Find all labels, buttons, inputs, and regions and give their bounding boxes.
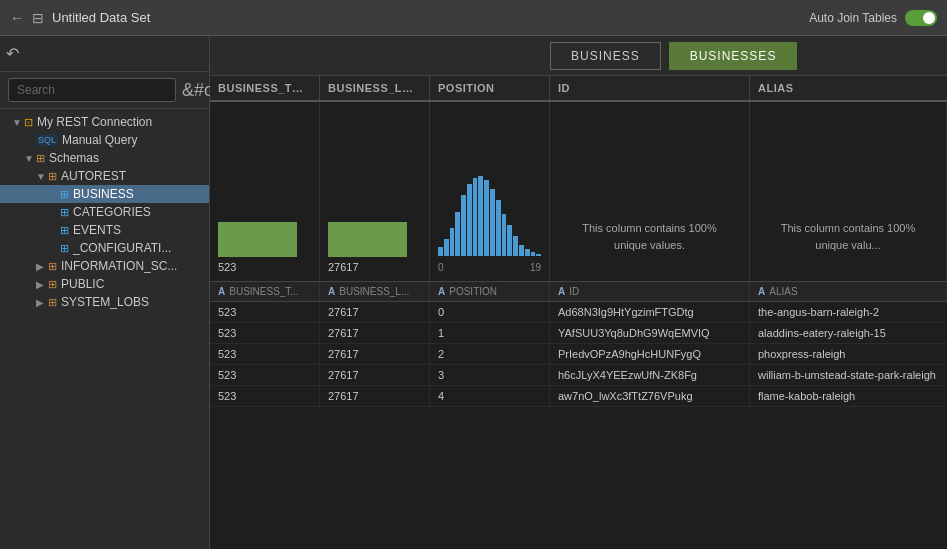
cell-r3-c0: 523 [210,365,320,385]
hist-bar [467,184,472,256]
tree-arrow-autorest: ▼ [36,171,48,182]
hist-bar [455,212,460,256]
col-header-2: BUSINESS_LOC... [320,76,430,100]
cell-r2-c2: 2 [430,344,550,364]
hist-bar [531,252,536,256]
sql-icon: SQL [36,134,58,146]
table-row[interactable]: 523276173h6cJLyX4YEEzwUfN-ZK8Fgwilliam-b… [210,365,947,386]
cell-r2-c3: PrIedvOPzA9hgHcHUNFygQ [550,344,750,364]
search-input[interactable] [8,78,176,102]
tree-arrow-rest: ▼ [12,117,24,128]
tree-arrow-schemas: ▼ [24,153,36,164]
cell-r0-c1: 27617 [320,302,430,322]
hist-bar [513,236,518,256]
sidebar: ↶ &#oplus;⊕ ▼⊡My REST ConnectionSQLManua… [0,36,210,549]
tree-item-rest[interactable]: ▼⊡My REST Connection [0,113,209,131]
cell-r2-c0: 523 [210,344,320,364]
hist-bar [473,178,478,256]
cell-r1-c0: 523 [210,323,320,343]
tree-item-manual[interactable]: SQLManual Query [0,131,209,149]
table-icon: ⊞ [60,224,69,237]
sidebar-toolbar: ↶ [0,36,209,72]
row-header-label-5: ALIAS [769,286,797,297]
cell-r1-c1: 27617 [320,323,430,343]
table-row[interactable]: 523276172PrIedvOPzA9hgHcHUNFygQphoxpress… [210,344,947,365]
tree-label-configurati: _CONFIGURATI... [73,241,171,255]
tab-business[interactable]: BUSINESS [550,42,661,70]
tree-item-configurati[interactable]: ⊞_CONFIGURATI... [0,239,209,257]
auto-join-label: Auto Join Tables [809,11,897,25]
bar-chart-2 [328,222,407,257]
chart-cell-1: 523 [210,102,320,281]
bar-chart-1 [218,222,297,257]
tree-item-public[interactable]: ▶⊞PUBLIC [0,275,209,293]
cell-r0-c4: the-angus-barn-raleigh-2 [750,302,947,322]
hist-bar [536,254,541,256]
cell-r1-c3: YAfSUU3Yq8uDhG9WqEMVIQ [550,323,750,343]
tree-label-info_sc: INFORMATION_SC... [61,259,177,273]
tab-businesses[interactable]: BUSINESSES [669,42,798,70]
cell-r4-c2: 4 [430,386,550,406]
col-header-3: POSITION [430,76,550,100]
tree-item-business[interactable]: ⊞BUSINESS [0,185,209,203]
row-header-label-4: ID [569,286,579,297]
schema-icon: ⊞ [48,296,57,309]
tree-label-rest: My REST Connection [37,115,152,129]
hist-min: 0 [438,262,444,273]
tree-item-events[interactable]: ⊞EVENTS [0,221,209,239]
hist-bar [519,245,524,256]
table-row[interactable]: 523276171YAfSUU3Yq8uDhG9WqEMVIQaladdins-… [210,323,947,344]
table-icon: ⊞ [60,188,69,201]
hist-bar [461,195,466,256]
row-header-5: A ALIAS [750,282,947,301]
auto-join-toggle[interactable] [905,10,937,26]
back-icon[interactable]: ← [10,10,24,26]
tree-arrow-public: ▶ [36,279,48,290]
tree-arrow-system_lobs: ▶ [36,297,48,308]
cell-r0-c2: 0 [430,302,550,322]
row-header-4: A ID [550,282,750,301]
cell-r2-c1: 27617 [320,344,430,364]
main-layout: ↶ &#oplus;⊕ ▼⊡My REST ConnectionSQLManua… [0,36,947,549]
cell-r1-c4: aladdins-eatery-raleigh-15 [750,323,947,343]
row-header-1: A BUSINESS_T... [210,282,320,301]
type-icon-2: A [328,286,335,297]
row-header-3: A POSITION [430,282,550,301]
hist-bar [438,247,443,256]
tree-label-public: PUBLIC [61,277,104,291]
cell-r4-c1: 27617 [320,386,430,406]
bar-value-1: 523 [218,261,311,273]
rest-icon: ⊡ [24,116,33,129]
tree-item-schemas[interactable]: ▼⊞Schemas [0,149,209,167]
cell-r3-c3: h6cJLyX4YEEzwUfN-ZK8Fg [550,365,750,385]
tree-item-info_sc[interactable]: ▶⊞INFORMATION_SC... [0,257,209,275]
tree-item-categories[interactable]: ⊞CATEGORIES [0,203,209,221]
search-bar: &#oplus;⊕ [0,72,209,109]
chart-cell-4: This column contains 100% unique values. [550,102,750,281]
table-row[interactable]: 523276170Ad68N3Ig9HtYgzimFTGDtgthe-angus… [210,302,947,323]
tree-label-events: EVENTS [73,223,121,237]
cell-r4-c3: aw7nO_lwXc3fTtZ76VPukg [550,386,750,406]
schema-icon: ⊞ [48,170,57,183]
tree-item-system_lobs[interactable]: ▶⊞SYSTEM_LOBS [0,293,209,311]
type-icon-1: A [218,286,225,297]
chart-cell-2: 27617 [320,102,430,281]
schema-icon: ⊞ [36,152,45,165]
tree-label-autorest: AUTOREST [61,169,126,183]
tree-label-system_lobs: SYSTEM_LOBS [61,295,149,309]
table-row[interactable]: 523276174aw7nO_lwXc3fTtZ76VPukgflame-kab… [210,386,947,407]
unique-text-4: This column contains 100% unique values. [558,200,741,273]
title-bar-right: Auto Join Tables [809,10,937,26]
hist-bar [444,239,449,256]
table-icon: ⊞ [60,206,69,219]
table-icon: ⊞ [60,242,69,255]
unique-text-5: This column contains 100% unique valu... [758,200,938,273]
tree-item-autorest[interactable]: ▼⊞AUTOREST [0,167,209,185]
sidebar-back-icon[interactable]: ↶ [6,44,19,63]
cell-r1-c2: 1 [430,323,550,343]
title-bar-title: Untitled Data Set [52,10,150,25]
bar-value-2: 27617 [328,261,421,273]
col-header-5: ALIAS [750,76,947,100]
tree-label-manual: Manual Query [62,133,137,147]
histogram [438,170,541,260]
